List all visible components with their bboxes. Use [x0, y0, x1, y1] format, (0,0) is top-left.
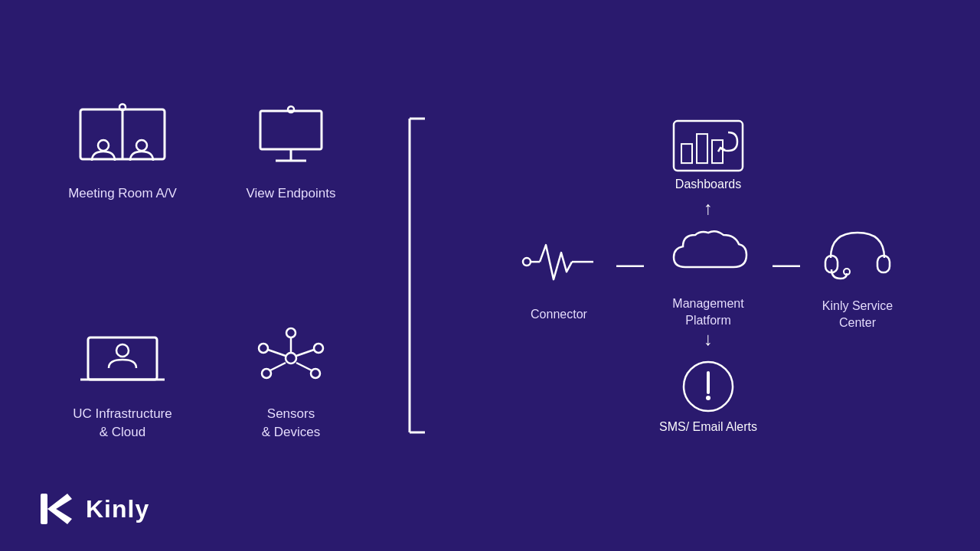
- svg-point-12: [286, 353, 296, 364]
- dashboards-icon: [670, 117, 746, 178]
- kinly-service-center-icon: [815, 220, 900, 289]
- bracket-divider: [398, 115, 429, 436]
- brand-logo-area: Kinly: [38, 490, 149, 528]
- svg-point-8: [288, 106, 294, 112]
- svg-rect-37: [877, 256, 890, 272]
- svg-rect-30: [681, 144, 692, 163]
- svg-line-16: [270, 363, 286, 370]
- management-platform-label: ManagementPlatform: [672, 295, 743, 330]
- management-platform-icon: [666, 217, 750, 286]
- svg-rect-39: [41, 494, 47, 524]
- svg-point-11: [116, 344, 129, 357]
- dashboards-satellite: Dashboards: [670, 117, 746, 191]
- svg-point-13: [286, 328, 296, 337]
- sensors-devices-icon: [245, 324, 337, 393]
- left-panel: Meeting Room A/V View Endpoints: [0, 0, 398, 551]
- view-endpoints-icon: [245, 103, 337, 172]
- svg-point-4: [136, 140, 147, 151]
- main-container: Meeting Room A/V View Endpoints: [0, 0, 980, 551]
- connector-icon: [517, 228, 601, 297]
- uc-infrastructure-item: UC Infrastructure& Cloud: [46, 276, 199, 490]
- connector-node: Connector: [517, 228, 601, 323]
- meeting-room-av-icon: [77, 103, 168, 172]
- svg-line-18: [296, 363, 312, 370]
- uc-infrastructure-icon: [77, 324, 168, 393]
- sms-email-label: SMS/ Email Alerts: [659, 420, 757, 434]
- uc-infrastructure-label: UC Infrastructure& Cloud: [73, 405, 172, 442]
- svg-point-21: [314, 344, 323, 353]
- dash2: —: [773, 248, 800, 303]
- svg-point-3: [98, 140, 109, 151]
- view-endpoints-item: View Endpoints: [214, 46, 368, 260]
- svg-rect-32: [712, 140, 723, 163]
- arrow-down-icon: ↓: [704, 330, 713, 348]
- sensors-devices-item: Sensors& Devices: [214, 276, 368, 490]
- dashboards-label: Dashboards: [675, 178, 741, 191]
- brand-name: Kinly: [86, 495, 149, 523]
- right-panel: Connector —: [436, 0, 980, 551]
- svg-point-19: [259, 344, 268, 353]
- svg-point-2: [119, 104, 126, 110]
- svg-rect-5: [260, 111, 322, 149]
- management-platform-node: ManagementPlatform: [666, 217, 750, 330]
- meeting-room-av-label: Meeting Room A/V: [68, 184, 177, 203]
- kinly-service-center-label: Kinly ServiceCenter: [822, 298, 893, 332]
- svg-line-22: [296, 350, 314, 356]
- sensors-devices-label: Sensors& Devices: [262, 405, 321, 442]
- meeting-room-av-item: Meeting Room A/V: [46, 46, 199, 260]
- svg-point-26: [523, 258, 531, 266]
- view-endpoints-label: View Endpoints: [247, 184, 336, 203]
- kinly-service-center-node: Kinly ServiceCenter: [815, 220, 900, 332]
- sms-email-satellite: SMS/ Email Alerts: [659, 356, 757, 434]
- svg-line-20: [268, 350, 286, 356]
- mgmt-platform-group: Dashboards ↑ ManagementPlatform: [659, 117, 757, 434]
- svg-point-35: [706, 396, 710, 400]
- connector-label: Connector: [531, 306, 587, 323]
- dash1: —: [616, 248, 644, 303]
- svg-point-17: [311, 369, 320, 378]
- arrow-up-icon: ↑: [704, 199, 713, 217]
- svg-point-15: [262, 369, 271, 378]
- sms-email-icon: [678, 356, 739, 420]
- svg-rect-31: [697, 134, 707, 163]
- kinly-logo-icon: [38, 490, 77, 528]
